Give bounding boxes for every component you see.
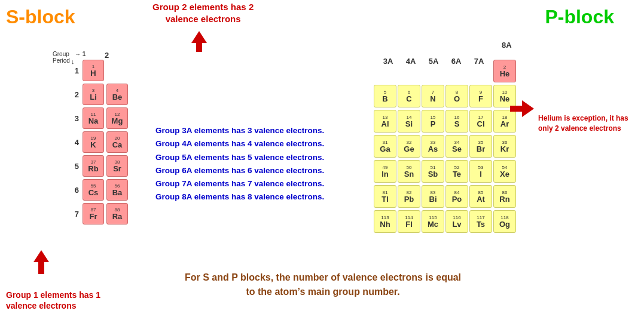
he-arrow xyxy=(510,100,534,119)
symbol-Bi: Bi xyxy=(429,195,437,203)
element-Sr: 38Sr xyxy=(106,155,128,177)
element-Bi: 83Bi xyxy=(422,185,444,208)
element-Nh: 113Nh xyxy=(374,210,396,233)
spacer-period-1 xyxy=(106,60,128,81)
symbol-Ne: Ne xyxy=(500,95,510,103)
p-period-row-5: 49In50Sn51Sb52Te53I54Xe xyxy=(374,160,517,183)
p-spacer-1-1 xyxy=(398,60,420,82)
element-Sb: 51Sb xyxy=(422,160,444,183)
symbol-N: N xyxy=(430,95,435,103)
symbol-Nh: Nh xyxy=(380,220,390,228)
element-H: 1H xyxy=(83,60,104,81)
symbol-Pb: Pb xyxy=(404,195,414,203)
symbol-S: S xyxy=(454,120,460,128)
element-Te: 52Te xyxy=(445,160,468,183)
element-Po: 84Po xyxy=(445,185,468,208)
symbol-Cs: Cs xyxy=(88,189,99,196)
symbol-Po: Po xyxy=(452,195,462,203)
symbol-K: K xyxy=(90,141,96,149)
p-spacer-1-2 xyxy=(422,60,444,82)
symbol-Al: Al xyxy=(381,120,389,128)
period-num-5: 5 xyxy=(66,162,79,171)
period-num-3: 3 xyxy=(66,114,79,123)
element-Na: 11Na xyxy=(83,107,104,129)
period-row-6: 655Cs56Ba xyxy=(66,179,130,201)
element-Mg: 12Mg xyxy=(106,107,128,129)
element-As: 33As xyxy=(422,135,444,158)
symbol-Li: Li xyxy=(90,93,97,101)
symbol-Ge: Ge xyxy=(404,145,414,153)
element-Sn: 50Sn xyxy=(398,160,420,183)
element-Fr: 87Fr xyxy=(83,203,104,224)
p-spacer-1-4 xyxy=(469,60,492,82)
element-S: 16S xyxy=(445,110,468,133)
symbol-As: As xyxy=(428,145,438,153)
symbol-Ts: Ts xyxy=(477,220,485,228)
symbol-Se: Se xyxy=(452,145,462,153)
symbol-B: B xyxy=(382,95,387,103)
element-Pb: 82Pb xyxy=(398,185,420,208)
element-Og: 118Og xyxy=(493,210,516,233)
symbol-He: He xyxy=(500,70,510,78)
symbol-Rb: Rb xyxy=(88,165,98,173)
element-Rb: 37Rb xyxy=(83,155,104,177)
element-Be: 4Be xyxy=(106,84,128,105)
period-row-4: 419K20Ca xyxy=(66,131,130,153)
element-Ts: 117Ts xyxy=(469,210,492,233)
period-row-1: 11H xyxy=(66,60,130,81)
symbol-Sb: Sb xyxy=(428,170,438,178)
svg-marker-2 xyxy=(33,250,49,274)
symbol-Ar: Ar xyxy=(500,120,509,128)
period-num-4: 4 xyxy=(66,138,79,147)
element-In: 49In xyxy=(374,160,396,183)
symbol-Te: Te xyxy=(453,170,461,178)
period-row-7: 787Fr88Ra xyxy=(66,203,130,224)
element-Si: 14Si xyxy=(398,110,420,133)
symbol-Kr: Kr xyxy=(500,145,509,153)
s-block-table: 11H23Li4Be311Na12Mg419K20Ca537Rb38Sr655C… xyxy=(66,60,130,227)
symbol-P: P xyxy=(431,120,436,128)
symbol-Fl: Fl xyxy=(405,220,413,228)
he-exception-text: Helium is exception, it has only 2 valen… xyxy=(538,113,634,134)
bottom-annotation: For S and P blocks, the number of valenc… xyxy=(132,270,514,299)
element-Mc: 115Mc xyxy=(422,210,444,233)
element-At: 85At xyxy=(469,185,492,208)
element-He: 2He xyxy=(493,60,516,82)
group2-arrow xyxy=(190,31,208,54)
symbol-At: At xyxy=(477,195,485,203)
element-N: 7N xyxy=(422,85,444,107)
element-Ga: 31Ga xyxy=(374,135,396,158)
p-period-row-3: 13Al14Si15P16S17Cl18Ar xyxy=(374,110,517,133)
symbol-Rn: Rn xyxy=(499,195,509,203)
element-Li: 3Li xyxy=(83,84,104,105)
p-period-row-7: 113Nh114Fl115Mc116Lv117Ts118Og xyxy=(374,210,517,233)
element-I: 53I xyxy=(469,160,492,183)
symbol-Sr: Sr xyxy=(113,165,121,173)
symbol-Si: Si xyxy=(405,120,413,128)
symbol-Mg: Mg xyxy=(112,117,123,125)
group-text-annotations: Group 3A elements has 3 valence electron… xyxy=(155,124,324,204)
period-num-1: 1 xyxy=(66,66,79,75)
symbol-Ca: Ca xyxy=(112,141,123,149)
element-K: 19K xyxy=(83,131,104,153)
svg-marker-1 xyxy=(510,100,534,117)
symbol-Na: Na xyxy=(88,117,99,125)
element-C: 6C xyxy=(398,85,420,107)
symbol-Cl: Cl xyxy=(477,120,485,128)
symbol-Fr: Fr xyxy=(90,213,97,220)
element-Se: 34Se xyxy=(445,135,468,158)
p-spacer-1-3 xyxy=(445,60,468,82)
element-Ra: 88Ra xyxy=(106,203,128,224)
element-Rn: 86Rn xyxy=(493,185,516,208)
period-num-2: 2 xyxy=(66,90,79,99)
symbol-H: H xyxy=(90,69,96,77)
element-Xe: 54Xe xyxy=(493,160,516,183)
symbol-Ra: Ra xyxy=(112,213,123,220)
element-Tl: 81Tl xyxy=(374,185,396,208)
p-period-row-4: 31Ga32Ge33As34Se35Br36Kr xyxy=(374,135,517,158)
period-row-5: 537Rb38Sr xyxy=(66,155,130,177)
group-2-num: 2 xyxy=(105,51,109,60)
p-period-row-2: 5B6C7N8O9F10Ne xyxy=(374,85,517,107)
symbol-Br: Br xyxy=(477,145,485,153)
symbol-Be: Be xyxy=(112,93,123,101)
